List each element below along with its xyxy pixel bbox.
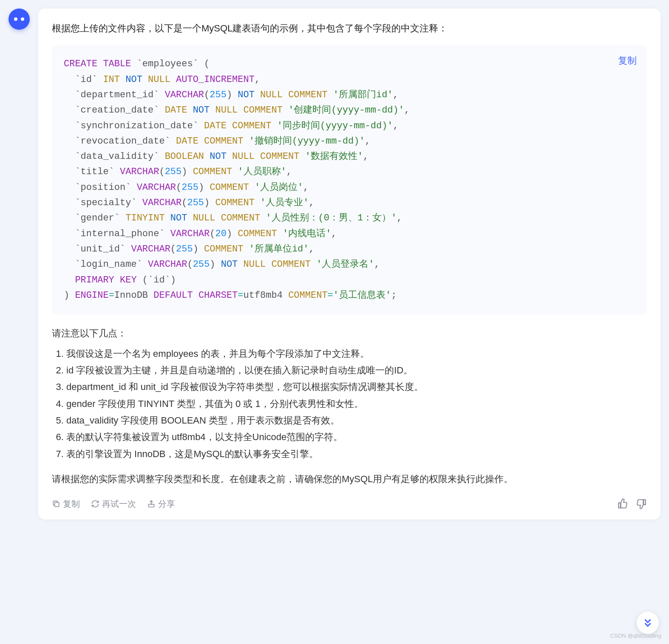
notes-title: 请注意以下几点： [52,325,647,341]
share-button[interactable]: 分享 [147,497,175,511]
avatar [9,8,30,30]
list-item: department_id 和 unit_id 字段被假设为字符串类型，您可以根… [66,379,647,395]
share-icon [147,500,156,508]
svg-rect-0 [55,502,59,506]
action-bar: 复制 再试一次 分享 [52,495,647,511]
code-copy-button[interactable]: 复制 [618,53,637,68]
copy-button[interactable]: 复制 [52,497,80,511]
footer-text: 请根据您的实际需求调整字段类型和长度。在创建表之前，请确保您的MySQL用户有足… [52,471,647,487]
list-item: data_validity 字段使用 BOOLEAN 类型，用于表示数据是否有效… [66,412,647,428]
list-item: gender 字段使用 TINYINT 类型，其值为 0 或 1，分别代表男性和… [66,396,647,412]
list-item: 表的默认字符集被设置为 utf8mb4，以支持全Unicode范围的字符。 [66,429,647,445]
thumbs-up-icon[interactable] [617,498,628,509]
action-label: 再试一次 [102,497,136,511]
message-bubble: 根据您上传的文件内容，以下是一个MySQL建表语句的示例，其中包含了每个字段的中… [38,8,660,520]
list-item: 表的引擎设置为 InnoDB，这是MySQL的默认事务安全引擎。 [66,446,647,462]
action-label: 分享 [158,497,175,511]
chat-message: 根据您上传的文件内容，以下是一个MySQL建表语句的示例，其中包含了每个字段的中… [9,8,660,520]
list-item: 我假设这是一个名为 employees 的表，并且为每个字段添加了中文注释。 [66,346,647,362]
code-block: 复制CREATE TABLE `employees` ( `id` INT NO… [52,45,647,314]
intro-text: 根据您上传的文件内容，以下是一个MySQL建表语句的示例，其中包含了每个字段的中… [52,20,647,36]
retry-button[interactable]: 再试一次 [91,497,136,511]
copy-icon [52,500,60,508]
thumbs-down-icon[interactable] [636,498,647,509]
notes-list: 我假设这是一个名为 employees 的表，并且为每个字段添加了中文注释。 i… [52,346,647,462]
retry-icon [91,500,99,508]
action-label: 复制 [63,497,80,511]
list-item: id 字段被设置为主键，并且是自动递增的，以便在插入新记录时自动生成唯一的ID。 [66,362,647,378]
